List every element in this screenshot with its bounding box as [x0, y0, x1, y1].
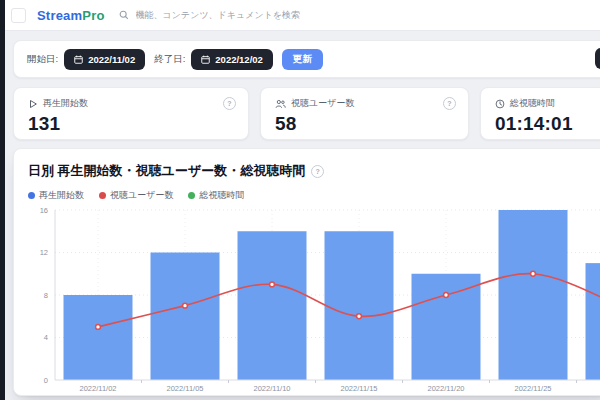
end-date-button[interactable]: 2022/12/02	[191, 49, 273, 70]
bar-last[interactable]	[586, 263, 600, 380]
x-axis-label: 2022/11/20	[428, 384, 465, 393]
date-filter-bar: 開始日: 2022/11/02 終了日: 2022/12/02 更新	[13, 40, 600, 78]
line-marker[interactable]	[183, 303, 188, 308]
clock-icon	[495, 99, 505, 109]
stat-label: 再生開始数	[43, 97, 88, 110]
stat-label: 総視聴時間	[510, 97, 555, 110]
logo-secondary: Pro	[82, 8, 104, 23]
x-axis-label: 2022/11/10	[254, 384, 291, 393]
search-input[interactable]	[134, 9, 398, 21]
start-date-button[interactable]: 2022/11/02	[64, 49, 145, 70]
start-date-value: 2022/11/02	[88, 54, 135, 65]
stat-label: 視聴ユーザー数	[291, 97, 354, 110]
legend-dot-red	[99, 192, 106, 199]
stat-value: 01:14:01	[495, 113, 600, 135]
x-axis-label: 2022/11/15	[341, 384, 378, 393]
line-marker[interactable]	[96, 324, 101, 329]
users-icon	[275, 99, 286, 109]
legend-dot-green	[188, 192, 195, 199]
app-logo[interactable]: StreamPro	[37, 8, 105, 23]
logo-primary: Stream	[37, 8, 82, 23]
y-axis-label: 4	[44, 333, 48, 342]
stat-card-play-starts: 再生開始数 ? 131	[13, 87, 249, 140]
collapsed-sidebar[interactable]	[0, 0, 5, 400]
line-marker[interactable]	[444, 293, 449, 298]
x-axis-label: 2022/11/05	[167, 384, 204, 393]
y-axis-label: 12	[40, 248, 48, 257]
play-icon	[28, 99, 38, 109]
bar-2022/11/25[interactable]	[499, 210, 568, 380]
global-search[interactable]	[119, 5, 398, 25]
start-date-label: 開始日:	[27, 53, 58, 66]
end-date-value: 2022/12/02	[215, 54, 263, 65]
calendar-icon	[74, 55, 83, 64]
bar-line-chart[interactable]: 04812162022/11/022022/11/052022/11/10202…	[14, 201, 600, 395]
app-viewport: StreamPro 開始日: 2022/11/02 終了日: 2022/12/0…	[0, 0, 600, 400]
help-icon[interactable]: ?	[223, 97, 236, 110]
search-icon	[119, 10, 129, 20]
y-axis-label: 8	[44, 291, 48, 300]
bar-2022/11/15[interactable]	[325, 231, 394, 380]
x-axis-label: 2022/11/02	[80, 384, 117, 393]
calendar-icon	[201, 55, 210, 64]
stat-value: 58	[275, 113, 468, 135]
stat-card-watch-time: 総視聴時間 01:14:01	[480, 87, 600, 140]
daily-chart-card: 日別 再生開始数・視聴ユーザー数・総視聴時間 ? 再生開始数 視聴ユーザー数 総…	[13, 148, 600, 396]
x-axis-label: 2022/11/25	[515, 384, 552, 393]
end-date-label: 終了日:	[154, 53, 185, 66]
y-axis-label: 16	[40, 206, 48, 215]
bar-2022/11/20[interactable]	[412, 274, 481, 380]
legend-dot-blue	[28, 192, 35, 199]
filter-right-button[interactable]	[595, 48, 600, 69]
menu-icon[interactable]	[11, 8, 26, 23]
line-marker[interactable]	[531, 271, 536, 276]
help-icon[interactable]: ?	[443, 97, 456, 110]
stat-value: 131	[28, 113, 248, 135]
help-icon[interactable]: ?	[311, 165, 324, 178]
bar-2022/11/10[interactable]	[238, 231, 307, 380]
top-bar: StreamPro	[0, 0, 600, 31]
update-button[interactable]: 更新	[282, 49, 323, 70]
stat-card-viewers: 視聴ユーザー数 ? 58	[260, 87, 469, 140]
bar-2022/11/05[interactable]	[151, 253, 220, 381]
chart-title: 日別 再生開始数・視聴ユーザー数・総視聴時間	[28, 162, 305, 180]
bar-2022/11/02[interactable]	[64, 295, 133, 380]
y-axis-label: 0	[44, 376, 48, 385]
line-marker[interactable]	[270, 282, 275, 287]
line-marker[interactable]	[357, 314, 362, 319]
